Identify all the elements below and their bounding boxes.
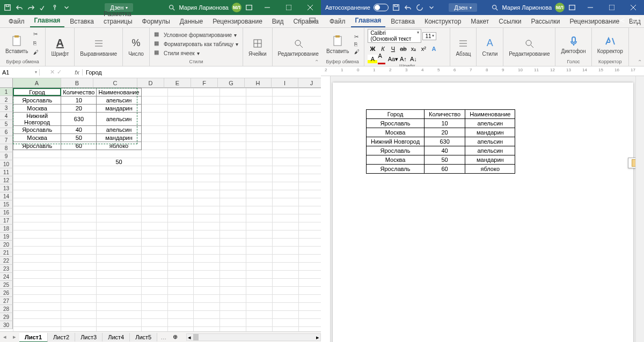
cell-D26[interactable] xyxy=(141,295,167,303)
cell-G8[interactable] xyxy=(220,150,246,158)
cell-E17[interactable] xyxy=(167,222,194,231)
cell-I12[interactable] xyxy=(273,182,299,190)
cell-C21[interactable] xyxy=(97,255,141,263)
cell-H27[interactable] xyxy=(246,303,273,311)
row-head-15[interactable]: 15 xyxy=(0,200,13,209)
row-head-16[interactable]: 16 xyxy=(0,209,13,217)
cell-F21[interactable] xyxy=(194,255,220,263)
row-head-23[interactable]: 23 xyxy=(0,265,13,273)
cell-I7[interactable] xyxy=(273,142,299,150)
cell-J11[interactable] xyxy=(299,174,321,182)
cell-C18[interactable] xyxy=(97,231,141,239)
cell-G21[interactable] xyxy=(220,255,246,263)
horizontal-ruler[interactable] xyxy=(321,66,644,76)
cell-E28[interactable] xyxy=(167,311,194,319)
row-head-1[interactable]: 1 xyxy=(0,88,13,96)
search-icon[interactable] xyxy=(167,3,176,12)
cell-H30[interactable] xyxy=(246,327,273,332)
cell-J6[interactable] xyxy=(299,134,321,142)
row-head-6[interactable]: 6 xyxy=(0,128,13,136)
row-head-4[interactable]: 4 xyxy=(0,112,13,120)
collapse-ribbon-icon[interactable]: ⌃ xyxy=(314,59,319,65)
sheet-tab-Лист3[interactable]: Лист3 xyxy=(75,333,103,341)
superscript-button[interactable]: x² xyxy=(419,44,428,53)
fx-icon[interactable]: fx xyxy=(72,69,83,76)
copy-button[interactable]: ⎘ xyxy=(353,41,361,48)
cell-J21[interactable] xyxy=(299,255,321,263)
cell-I20[interactable] xyxy=(273,247,299,255)
row-head-18[interactable]: 18 xyxy=(0,225,13,233)
cell-G4[interactable] xyxy=(220,113,246,126)
cell-F3[interactable] xyxy=(194,105,220,113)
cell-F23[interactable] xyxy=(194,271,220,279)
cell-I30[interactable] xyxy=(273,327,299,332)
tab-home[interactable]: Главная xyxy=(30,14,65,27)
cell-G10[interactable] xyxy=(220,166,246,174)
cell-J24[interactable] xyxy=(299,279,321,287)
tab-insert[interactable]: Вставка xyxy=(386,16,419,27)
cell-B27[interactable] xyxy=(61,303,97,311)
vertical-scrollbar[interactable] xyxy=(635,76,644,342)
cell-G17[interactable] xyxy=(220,222,246,231)
cell-F27[interactable] xyxy=(194,303,220,311)
cell-C7[interactable]: яблоко xyxy=(97,142,141,150)
cell-C2[interactable]: апельсин xyxy=(97,96,141,105)
cell-C29[interactable] xyxy=(97,319,141,327)
cell-C15[interactable] xyxy=(97,206,141,214)
cell-E13[interactable] xyxy=(167,190,194,198)
cell-F1[interactable] xyxy=(194,88,220,96)
col-head-A[interactable]: A xyxy=(13,78,61,88)
row-head-24[interactable]: 24 xyxy=(0,273,13,281)
cell-B2[interactable]: 10 xyxy=(61,96,97,105)
cell-H28[interactable] xyxy=(246,311,273,319)
cell-H3[interactable] xyxy=(246,105,273,113)
sheet-tab-Лист4[interactable]: Лист4 xyxy=(103,333,130,341)
cell-J12[interactable] xyxy=(299,182,321,190)
cell-E21[interactable] xyxy=(167,255,194,263)
cell-C8[interactable] xyxy=(97,150,141,158)
cell-E1[interactable] xyxy=(167,88,194,96)
cell-D18[interactable] xyxy=(141,231,167,239)
cell-D6[interactable] xyxy=(141,134,167,142)
font-color-button[interactable]: A xyxy=(378,55,387,63)
add-sheet-button[interactable]: ⊕ xyxy=(170,333,181,340)
cell-F12[interactable] xyxy=(194,182,220,190)
cell-B30[interactable] xyxy=(61,327,97,332)
cell-E22[interactable] xyxy=(167,263,194,271)
undo-icon[interactable] xyxy=(15,3,24,12)
cell-D21[interactable] xyxy=(141,255,167,263)
cell-B24[interactable] xyxy=(61,279,97,287)
autosave-toggle[interactable]: Автосохранение xyxy=(321,4,389,11)
cell-A25[interactable] xyxy=(13,287,61,295)
col-head-E[interactable]: E xyxy=(164,78,191,88)
cell-D23[interactable] xyxy=(141,271,167,279)
cell-J14[interactable] xyxy=(299,198,321,206)
row-head-3[interactable]: 3 xyxy=(0,104,13,112)
cell-D28[interactable] xyxy=(141,311,167,319)
cell-H6[interactable] xyxy=(246,134,273,142)
excel-grid[interactable]: 1234567891011121314151617181920212223242… xyxy=(0,78,321,331)
cell-E5[interactable] xyxy=(167,126,194,134)
cell-C24[interactable] xyxy=(97,279,141,287)
cell-F4[interactable] xyxy=(194,113,220,126)
row-head-10[interactable]: 10 xyxy=(0,160,13,168)
cell-I25[interactable] xyxy=(273,287,299,295)
cell-B17[interactable] xyxy=(61,222,97,231)
cell-B25[interactable] xyxy=(61,287,97,295)
cell-J3[interactable] xyxy=(299,105,321,113)
cell-C5[interactable]: апельсин xyxy=(97,126,141,134)
cell-I27[interactable] xyxy=(273,303,299,311)
cell-C14[interactable] xyxy=(97,198,141,206)
styles-button[interactable]: AСтили xyxy=(480,36,500,58)
row-head-7[interactable]: 7 xyxy=(0,136,13,144)
cell-I15[interactable] xyxy=(273,206,299,214)
col-head-J[interactable]: J xyxy=(298,78,321,88)
cell-H7[interactable] xyxy=(246,142,273,150)
cut-button[interactable]: ✂ xyxy=(32,31,42,39)
col-head-C[interactable]: C xyxy=(93,78,137,88)
cell-J28[interactable] xyxy=(299,311,321,319)
cell-C26[interactable] xyxy=(97,295,141,303)
cell-G22[interactable] xyxy=(220,263,246,271)
cell-J27[interactable] xyxy=(299,303,321,311)
cell-D25[interactable] xyxy=(141,287,167,295)
